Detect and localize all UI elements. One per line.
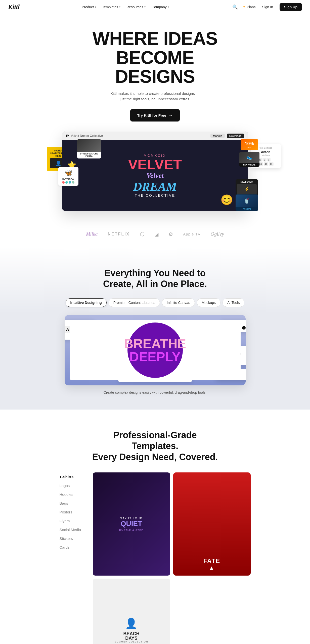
brand-ogilvy: Ogilvy bbox=[211, 231, 224, 237]
plans-link[interactable]: ✦ Plans bbox=[242, 5, 255, 9]
search-icon: 🔍 bbox=[232, 5, 238, 10]
company-chevron-icon: ▾ bbox=[168, 6, 169, 8]
editor-logo: W bbox=[66, 134, 69, 138]
templates-chevron-icon: ▾ bbox=[119, 6, 120, 8]
breathe-canvas: BREATHE DEEPLY bbox=[70, 320, 241, 380]
feature-caption: Create complex designs easily with power… bbox=[5, 390, 305, 394]
sidebar-item-stickers[interactable]: Stickers bbox=[60, 534, 85, 543]
features-section: Everything You Need to Create, All in On… bbox=[0, 248, 310, 410]
sidebar-item-posters[interactable]: Posters bbox=[60, 508, 85, 516]
product-chevron-icon: ▾ bbox=[95, 6, 96, 8]
sidebar-item-logos[interactable]: Logos bbox=[60, 481, 85, 490]
tigabite-card: 🥤 TIGABITE bbox=[236, 194, 258, 211]
template-card-beach-days[interactable]: 👤 BEACHDAYS SUMMER COLLECTION bbox=[93, 579, 170, 644]
editor-topbar: W Velvet Dream Collective Markup Downloa… bbox=[62, 132, 248, 140]
hero-section: WHERE IDEAS BECOME DESIGNS Kittl makes i… bbox=[0, 14, 310, 221]
template-card-fate[interactable]: FATE▲ bbox=[173, 472, 251, 576]
sidebar-item-social-media[interactable]: Social Media bbox=[60, 525, 85, 534]
hero-cta-button[interactable]: Try Kittl for Free → bbox=[130, 109, 180, 122]
editor-canvas: MCMXCIX VELVET Velvet Dream THE COLLECTI… bbox=[62, 140, 248, 211]
download-button[interactable]: Download bbox=[227, 134, 244, 138]
discount-card: 10% OFF bbox=[241, 139, 258, 150]
tab-ai-tools[interactable]: AI Tools bbox=[223, 298, 245, 307]
star-icon: ✦ bbox=[242, 5, 246, 9]
sidebar-item-tshirts[interactable]: T-Shirts bbox=[60, 472, 85, 481]
project-name: Velvet Dream Collective bbox=[71, 134, 103, 138]
new-arrival-card: 👟 NEW ARRIVAL bbox=[239, 152, 259, 167]
beach-model-icon: 👤 bbox=[114, 618, 148, 629]
nav-resources[interactable]: Resources ▾ bbox=[124, 4, 148, 11]
feature-tabs: Intuitive Designing Premium Content Libr… bbox=[5, 298, 305, 307]
navigation: Kittl Product ▾ Templates ▾ Resources ▾ … bbox=[0, 0, 310, 14]
features-title: Everything You Need to Create, All in On… bbox=[90, 268, 220, 289]
brands-section: Milka NETFLIX ⬡ ◢ ⚙ Apple TV Ogilvy bbox=[0, 221, 310, 248]
signup-button[interactable]: Sign Up bbox=[280, 3, 302, 11]
nav-templates[interactable]: Templates ▾ bbox=[100, 4, 123, 11]
nav-logo[interactable]: Kittl bbox=[8, 3, 20, 11]
smiley-emoji: 😊 bbox=[220, 194, 233, 206]
tab-mockups[interactable]: Mockups bbox=[197, 298, 220, 307]
templates-title: Professional-Grade Templates. Every Desi… bbox=[90, 430, 220, 462]
brand-appletv: Apple TV bbox=[183, 232, 200, 236]
nav-links: Product ▾ Templates ▾ Resources ▾ Compan… bbox=[79, 4, 171, 11]
signin-button[interactable]: Sign In bbox=[259, 4, 277, 11]
nav-right: 🔍 ✦ Plans Sign In Sign Up bbox=[231, 3, 302, 11]
sidebar-item-cards[interactable]: Cards bbox=[60, 543, 85, 552]
templates-layout: T-Shirts Logos Hoodies Bags Posters Flye… bbox=[60, 472, 251, 644]
butterfly-card: 🦋 BUTTERFLY bbox=[58, 167, 78, 186]
templates-grid: SAY IT LOUD QUIET HUSTLE & STEP 👤 BEACHD… bbox=[93, 472, 251, 644]
brand-milka: Milka bbox=[86, 231, 98, 237]
tab-premium-content[interactable]: Premium Content Libraries bbox=[109, 298, 160, 307]
templates-section: Professional-Grade Templates. Every Desi… bbox=[0, 410, 310, 644]
hero-title: WHERE IDEAS BECOME DESIGNS bbox=[77, 29, 233, 86]
color-picker-dot[interactable] bbox=[242, 326, 246, 330]
sidebar-item-bags[interactable]: Bags bbox=[60, 499, 85, 508]
brand-netflix: NETFLIX bbox=[108, 232, 130, 236]
hero-preview: SUMMER COLLECTION 2024 03.29 👤 STREET CU… bbox=[62, 132, 248, 211]
brand-harley: ⚙ bbox=[168, 231, 173, 237]
design-editor-preview: W Velvet Dream Collective Markup Downloa… bbox=[62, 132, 248, 211]
millennium-card: MILLENNIUM ⚡ bbox=[236, 179, 258, 196]
search-button[interactable]: 🔍 bbox=[231, 3, 239, 11]
breathe-text: BREATHE DEEPLY bbox=[124, 337, 186, 363]
sidebar-item-flyers[interactable]: Flyers bbox=[60, 516, 85, 525]
feature-preview: Decoration A A A A Horizontal Lines Bloc… bbox=[65, 315, 246, 385]
template-card-say-loud[interactable]: SAY IT LOUD QUIET HUSTLE & STEP bbox=[93, 472, 170, 576]
tab-intuitive-designing[interactable]: Intuitive Designing bbox=[66, 298, 107, 307]
arrow-right-icon: → bbox=[168, 113, 173, 118]
brand-angular: ◢ bbox=[155, 231, 158, 237]
sidebar-item-hoodies[interactable]: Hoodies bbox=[60, 490, 85, 499]
resources-chevron-icon: ▾ bbox=[144, 6, 146, 8]
nav-company[interactable]: Company ▾ bbox=[149, 4, 171, 11]
hero-subtitle: Kittl makes it simple to create professi… bbox=[110, 91, 200, 102]
markup-button[interactable]: Markup bbox=[210, 134, 225, 138]
templates-sidebar: T-Shirts Logos Hoodies Bags Posters Flye… bbox=[60, 472, 85, 644]
tab-infinite-canvas[interactable]: Infinite Canvas bbox=[162, 298, 195, 307]
velvet-design: MCMXCIX VELVET Velvet Dream THE COLLECTI… bbox=[123, 149, 187, 203]
nav-product[interactable]: Product ▾ bbox=[79, 4, 99, 11]
brand-wb: ⬡ bbox=[140, 231, 145, 237]
